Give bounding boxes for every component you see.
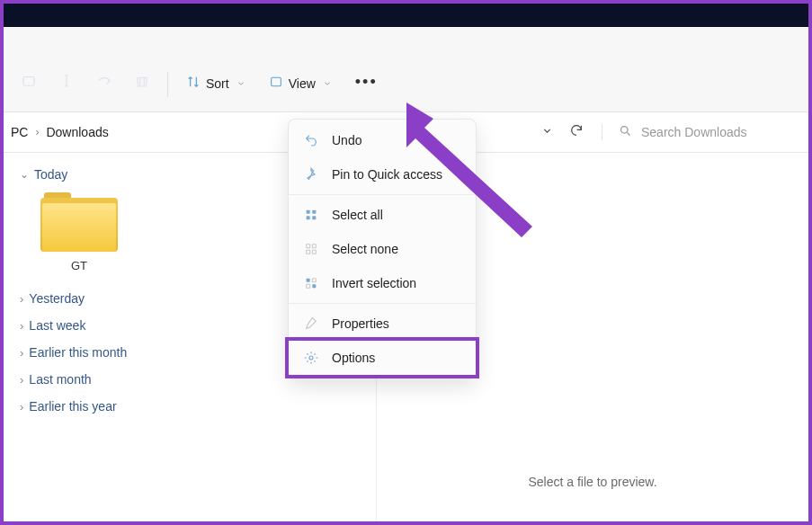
group-header-earlier-year[interactable]: Earlier this year <box>20 393 360 420</box>
search-placeholder: Search Downloads <box>641 125 747 139</box>
menu-label: Select all <box>332 208 383 222</box>
menu-label: Undo <box>332 133 361 147</box>
menu-item-properties[interactable]: Properties <box>289 307 476 341</box>
svg-rect-14 <box>312 284 316 288</box>
svg-rect-7 <box>307 245 310 248</box>
svg-rect-12 <box>312 279 316 282</box>
menu-item-options[interactable]: Options <box>289 341 476 375</box>
svg-rect-11 <box>307 279 310 282</box>
annotation-highlight: Options <box>285 337 479 378</box>
svg-rect-13 <box>307 284 310 288</box>
svg-rect-4 <box>312 210 316 214</box>
svg-rect-6 <box>312 216 316 219</box>
pin-icon <box>303 166 319 182</box>
chevron-down-icon[interactable] <box>541 124 553 140</box>
sort-icon <box>186 75 201 92</box>
menu-item-pin[interactable]: Pin to Quick access <box>289 157 476 191</box>
svg-point-2 <box>621 127 629 134</box>
invert-selection-icon <box>303 275 319 291</box>
select-none-icon <box>303 241 319 257</box>
delete-icon[interactable] <box>126 65 158 97</box>
folder-icon <box>40 191 118 252</box>
menu-item-invert-selection[interactable]: Invert selection <box>289 266 476 300</box>
view-icon <box>269 75 283 92</box>
svg-rect-9 <box>307 250 310 254</box>
menu-label: Options <box>332 351 375 365</box>
view-button[interactable]: View <box>260 69 341 97</box>
chevron-down-icon <box>323 76 332 91</box>
share-icon[interactable] <box>88 65 120 97</box>
new-folder-icon[interactable] <box>13 65 45 97</box>
overflow-menu: Undo Pin to Quick access Select all Sele… <box>288 119 477 379</box>
select-all-icon <box>303 207 319 223</box>
search-icon <box>619 124 632 140</box>
view-label: View <box>289 76 316 91</box>
separator <box>167 72 168 97</box>
options-icon <box>303 350 319 366</box>
properties-icon <box>303 316 319 332</box>
undo-icon <box>303 132 319 148</box>
menu-separator <box>289 303 476 304</box>
svg-rect-1 <box>271 77 281 85</box>
folder-label: GT <box>71 259 87 272</box>
chevron-right-icon: › <box>35 126 39 138</box>
menu-item-select-none[interactable]: Select none <box>289 232 476 266</box>
chevron-down-icon <box>236 76 245 91</box>
menu-label: Invert selection <box>332 276 416 290</box>
command-bar: Sort View ••• <box>4 27 808 111</box>
sort-button[interactable]: Sort <box>177 69 254 97</box>
title-bar <box>4 4 808 27</box>
more-options-button[interactable]: ••• <box>346 67 387 97</box>
breadcrumb-item[interactable]: PC <box>11 125 28 139</box>
svg-point-15 <box>309 356 313 360</box>
svg-rect-0 <box>23 77 34 86</box>
menu-item-select-all[interactable]: Select all <box>289 198 476 232</box>
chevron-down-icon: ⌄ <box>20 168 29 181</box>
svg-rect-5 <box>307 216 310 219</box>
breadcrumb-item[interactable]: Downloads <box>46 125 108 139</box>
menu-label: Select none <box>332 242 398 256</box>
menu-item-undo[interactable]: Undo <box>289 123 476 157</box>
svg-rect-3 <box>307 210 310 214</box>
group-label: Today <box>34 167 67 182</box>
refresh-icon[interactable] <box>569 123 584 141</box>
svg-rect-10 <box>312 250 316 254</box>
svg-rect-8 <box>312 245 316 248</box>
search-input[interactable]: Search Downloads <box>602 124 801 140</box>
rename-icon[interactable] <box>50 65 83 97</box>
menu-label: Properties <box>332 316 389 331</box>
preview-empty-text: Select a file to preview. <box>528 475 656 489</box>
menu-separator <box>289 194 476 195</box>
folder-item[interactable]: GT <box>34 191 124 272</box>
sort-label: Sort <box>206 76 229 91</box>
menu-label: Pin to Quick access <box>332 167 442 182</box>
